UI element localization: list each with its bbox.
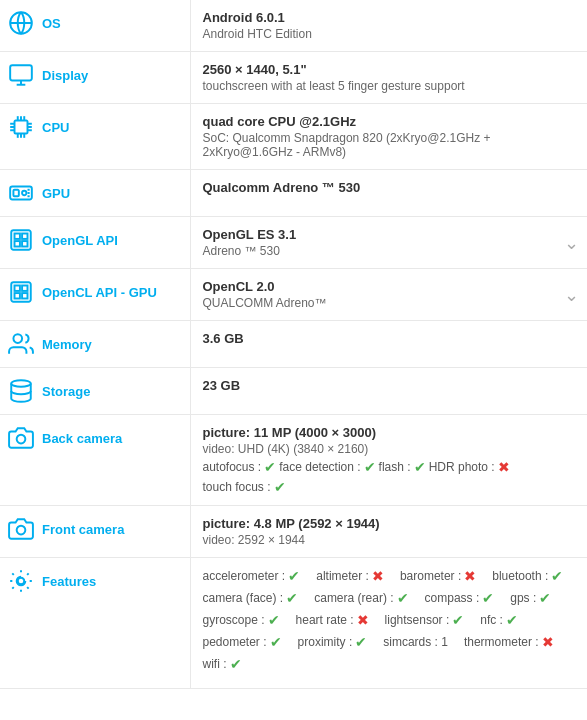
check-icon: ✔ <box>230 656 242 672</box>
svg-rect-19 <box>13 190 18 197</box>
feature-item-proximity: proximity : ✔ <box>298 634 368 650</box>
camera-feat-HDR-photo: HDR photo : ✖ <box>429 459 510 475</box>
feature-group-1: camera (face) : ✔camera (rear) : ✔compas… <box>203 590 576 606</box>
feat-name: autofocus : <box>203 460 262 474</box>
label-inner-backcamera: Back camera <box>8 425 182 451</box>
value-cell-backcamera: picture: 11 MP (4000 × 3000)video: UHD (… <box>190 415 587 506</box>
dropdown-arrow-opengl[interactable]: ⌄ <box>564 232 579 254</box>
frontcamera-icon <box>8 516 34 542</box>
value-sub-opencl: QUALCOMM Adreno™ <box>203 296 576 310</box>
camera-icon <box>8 425 34 451</box>
feature-name: proximity : <box>298 635 353 649</box>
label-cell-gpu: GPU <box>0 170 190 217</box>
label-inner-features: Features <box>8 568 182 594</box>
label-inner-os: OS <box>8 10 182 36</box>
svg-rect-25 <box>15 234 20 239</box>
value-main-gpu: Qualcomm Adreno ™ 530 <box>203 180 576 195</box>
camera-feat-face-detection: face detection : ✔ <box>279 459 375 475</box>
label-cell-memory: Memory <box>0 321 190 368</box>
check-icon: ✔ <box>539 590 551 606</box>
feature-item-gps: gps : ✔ <box>510 590 551 606</box>
value-main-display: 2560 × 1440, 5.1" <box>203 62 576 77</box>
row-features: Featuresaccelerometer : ✔altimeter : ✖ba… <box>0 558 587 689</box>
value-cell-cpu: quad core CPU @2.1GHzSoC: Qualcomm Snapd… <box>190 104 587 170</box>
os-icon <box>8 10 34 36</box>
feature-item-barometer: barometer : ✖ <box>400 568 476 584</box>
row-memory: Memory3.6 GB <box>0 321 587 368</box>
feature-name: altimeter : <box>316 569 369 583</box>
camera-features-row1: autofocus : ✔face detection : ✔flash : ✔… <box>203 459 576 475</box>
feature-name: heart rate : <box>296 613 354 627</box>
storage-icon <box>8 378 34 404</box>
svg-rect-2 <box>10 65 32 80</box>
value-cell-storage: 23 GB <box>190 368 587 415</box>
feature-name: gps : <box>510 591 536 605</box>
feature-item-pedometer: pedometer : ✔ <box>203 634 282 650</box>
cross-icon: ✖ <box>542 634 554 650</box>
label-inner-frontcamera: Front camera <box>8 516 182 542</box>
svg-point-36 <box>17 435 26 444</box>
dropdown-arrow-opencl[interactable]: ⌄ <box>564 284 579 306</box>
row-backcamera: Back camerapicture: 11 MP (4000 × 3000)v… <box>0 415 587 506</box>
check-icon: ✔ <box>286 590 298 606</box>
label-inner-opengl: OpenGL API <box>8 227 182 253</box>
value-cell-opencl: OpenCL 2.0QUALCOMM Adreno™⌄ <box>190 269 587 321</box>
label-text-memory: Memory <box>42 337 92 352</box>
feature-name: barometer : <box>400 569 461 583</box>
feat-name: face detection : <box>279 460 360 474</box>
label-cell-cpu: CPU <box>0 104 190 170</box>
feature-item-nfc: nfc : ✔ <box>480 612 518 628</box>
value-main-opengl: OpenGL ES 3.1 <box>203 227 576 242</box>
svg-rect-31 <box>22 286 27 291</box>
cross-icon: ✖ <box>498 459 510 475</box>
svg-rect-28 <box>22 241 27 246</box>
row-os: OSAndroid 6.0.1Android HTC Edition <box>0 0 587 52</box>
label-cell-features: Features <box>0 558 190 689</box>
feature-item-compass: compass : ✔ <box>425 590 495 606</box>
check-icon: ✔ <box>274 479 286 495</box>
value-main-os: Android 6.0.1 <box>203 10 576 25</box>
row-storage: Storage23 GB <box>0 368 587 415</box>
feature-name: gyroscope : <box>203 613 265 627</box>
feature-group-4: wifi : ✔ <box>203 656 576 672</box>
cpu-icon <box>8 114 34 140</box>
label-cell-os: OS <box>0 0 190 52</box>
label-text-backcamera: Back camera <box>42 431 122 446</box>
feature-name: accelerometer : <box>203 569 286 583</box>
cross-icon: ✖ <box>464 568 476 584</box>
svg-rect-27 <box>15 241 20 246</box>
label-text-cpu: CPU <box>42 120 69 135</box>
feature-item-bluetooth: bluetooth : ✔ <box>492 568 563 584</box>
label-text-opengl: OpenGL API <box>42 233 118 248</box>
label-cell-opengl: OpenGL API <box>0 217 190 269</box>
check-icon: ✔ <box>355 634 367 650</box>
feature-item-heart-rate: heart rate : ✖ <box>296 612 369 628</box>
camera-features-row2: touch focus : ✔ <box>203 479 576 495</box>
svg-point-34 <box>13 334 22 343</box>
value-cell-opengl: OpenGL ES 3.1Adreno ™ 530⌄ <box>190 217 587 269</box>
label-cell-display: Display <box>0 52 190 104</box>
check-icon: ✔ <box>270 634 282 650</box>
label-inner-memory: Memory <box>8 331 182 357</box>
spec-table: OSAndroid 6.0.1Android HTC Edition Displ… <box>0 0 587 689</box>
value-cell-frontcamera: picture: 4.8 MP (2592 × 1944)video: 2592… <box>190 506 587 558</box>
value-sub-backcamera: video: UHD (4K) (3840 × 2160) <box>203 442 576 456</box>
cross-icon: ✖ <box>357 612 369 628</box>
check-icon: ✔ <box>264 459 276 475</box>
camera-feat-flash: flash : ✔ <box>379 459 426 475</box>
value-main-cpu: quad core CPU @2.1GHz <box>203 114 576 129</box>
svg-rect-33 <box>22 293 27 298</box>
gpu-icon <box>8 180 34 206</box>
feature-name: lightsensor : <box>385 613 450 627</box>
feature-name: bluetooth : <box>492 569 548 583</box>
value-sub-os: Android HTC Edition <box>203 27 576 41</box>
feat-name: HDR photo : <box>429 460 495 474</box>
value-cell-gpu: Qualcomm Adreno ™ 530 <box>190 170 587 217</box>
svg-point-20 <box>22 191 26 195</box>
label-inner-gpu: GPU <box>8 180 182 206</box>
check-icon: ✔ <box>452 612 464 628</box>
feature-group-2: gyroscope : ✔heart rate : ✖lightsensor :… <box>203 612 576 628</box>
feature-item-thermometer: thermometer : ✖ <box>464 634 554 650</box>
value-main-opencl: OpenCL 2.0 <box>203 279 576 294</box>
row-opengl: OpenGL APIOpenGL ES 3.1Adreno ™ 530⌄ <box>0 217 587 269</box>
